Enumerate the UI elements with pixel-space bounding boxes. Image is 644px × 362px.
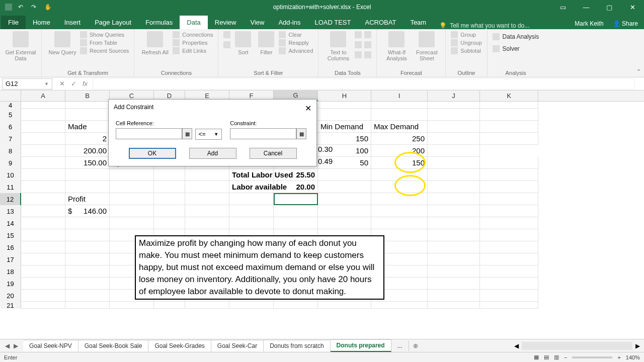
dialog-close-icon[interactable]: ✕: [305, 104, 311, 113]
tab-home[interactable]: Home: [26, 16, 57, 29]
cell-B9[interactable]: 150.00: [65, 157, 110, 169]
col-K[interactable]: K: [480, 90, 538, 101]
close-icon[interactable]: ✕: [621, 0, 644, 14]
subtotal-button[interactable]: Subtotal: [451, 47, 481, 54]
col-A[interactable]: A: [21, 90, 65, 101]
row-5[interactable]: 5: [0, 109, 21, 121]
maximize-icon[interactable]: ▢: [598, 0, 621, 14]
cell-B13[interactable]: $146.00: [65, 205, 110, 217]
constraint-picker-icon[interactable]: ▦: [296, 128, 306, 139]
filter-button[interactable]: Filter: [256, 31, 277, 55]
cell-G12-selected[interactable]: [274, 193, 318, 205]
row-6[interactable]: 6: [0, 121, 21, 133]
cell-tlu[interactable]: Total Labor Used: [229, 169, 274, 181]
tab-review[interactable]: Review: [208, 16, 244, 29]
flash-fill-icon[interactable]: [355, 31, 362, 38]
cell-lav[interactable]: Labor available: [229, 181, 274, 193]
tab-addins[interactable]: Add-ins: [271, 16, 307, 29]
group-button[interactable]: Group: [451, 31, 481, 38]
tab-view[interactable]: View: [243, 16, 271, 29]
row-12[interactable]: 12: [0, 193, 21, 205]
minimize-icon[interactable]: —: [575, 0, 598, 14]
worksheet-grid[interactable]: A B C D E F G H I J K 4 5 6Madefit per d…: [0, 90, 644, 309]
fx-icon[interactable]: fx: [83, 80, 88, 87]
row-15[interactable]: 15: [0, 229, 21, 241]
user-name[interactable]: Mark Keith: [575, 20, 603, 27]
sheet-tab-2[interactable]: Goal Seek-Book Sale: [78, 340, 149, 351]
operator-select[interactable]: <=▼: [195, 129, 222, 140]
row-4[interactable]: 4: [0, 102, 21, 109]
cell-I7[interactable]: 250: [371, 133, 428, 145]
reapply-button[interactable]: Reapply: [279, 39, 313, 46]
zoom-slider[interactable]: [572, 356, 612, 358]
col-B[interactable]: B: [65, 90, 110, 101]
new-sheet-icon[interactable]: ⊕: [409, 342, 422, 349]
hscroll-right[interactable]: ▶: [635, 342, 640, 349]
cancel-button[interactable]: Cancel: [250, 148, 297, 159]
text-to-columns-button[interactable]: Text to Columns: [324, 31, 353, 61]
add-button[interactable]: Add: [189, 148, 236, 159]
get-external-data-button[interactable]: Get External Data: [5, 31, 36, 61]
sort-asc-button[interactable]: [223, 31, 230, 38]
sheet-tab-3[interactable]: Goal Seek-Grades: [148, 340, 211, 351]
confirm-entry-icon[interactable]: ✓: [71, 80, 76, 87]
instruction-textbox[interactable]: Maximize profit by changing how many of …: [135, 235, 384, 300]
hscroll-track[interactable]: [522, 342, 632, 350]
cell-H7[interactable]: 150: [318, 133, 371, 145]
cell-G10[interactable]: 25.50: [274, 169, 318, 181]
hscroll-left[interactable]: ◀: [514, 342, 519, 349]
row-13[interactable]: 13: [0, 205, 21, 217]
share-button[interactable]: 👤 Share: [613, 20, 638, 27]
cell-mindem-hdr[interactable]: Min Demand: [318, 121, 371, 133]
cell-made[interactable]: Made: [65, 121, 110, 133]
cell-G11[interactable]: 20.00: [274, 181, 318, 193]
save-icon[interactable]: [5, 4, 12, 11]
cell-I9[interactable]: 150: [371, 157, 428, 169]
tab-page-layout[interactable]: Page Layout: [88, 16, 138, 29]
zoom-out-icon[interactable]: −: [564, 354, 567, 360]
cellref-picker-icon[interactable]: ▦: [182, 128, 192, 139]
touch-mode-icon[interactable]: ✋: [44, 4, 51, 11]
sheet-tab-1[interactable]: Goal Seek-NPV: [23, 340, 78, 351]
row-11[interactable]: 11: [0, 181, 21, 193]
zoom-in-icon[interactable]: +: [617, 354, 620, 360]
tab-file[interactable]: File: [1, 16, 26, 29]
data-analysis-button[interactable]: Data Analysis: [493, 32, 539, 41]
tell-me-search[interactable]: 💡 Tell me what you want to do...: [439, 22, 529, 29]
tab-acrobat[interactable]: ACROBAT: [358, 16, 404, 29]
row-21[interactable]: 21: [0, 302, 21, 309]
row-19[interactable]: 19: [0, 278, 21, 290]
view-normal-icon[interactable]: ▦: [534, 354, 539, 360]
sheet-tab-4[interactable]: Goal Seek-Car: [211, 340, 264, 351]
advanced-button[interactable]: Advanced: [279, 47, 313, 54]
view-page-icon[interactable]: ▤: [544, 354, 549, 360]
tab-formulas[interactable]: Formulas: [138, 16, 180, 29]
show-queries-button[interactable]: Show Queries: [80, 31, 129, 38]
relationships-icon[interactable]: [364, 41, 371, 48]
new-query-button[interactable]: New Query: [47, 31, 78, 55]
whatif-button[interactable]: What-If Analysis: [382, 31, 411, 61]
row-18[interactable]: 18: [0, 265, 21, 278]
sheet-tab-6[interactable]: Donuts prepared: [331, 339, 391, 352]
select-all[interactable]: [0, 90, 21, 101]
refresh-all-button[interactable]: Refresh All: [139, 31, 171, 55]
ok-button[interactable]: OK: [129, 148, 176, 159]
redo-icon[interactable]: ↷: [31, 4, 38, 11]
cell-profit-hdr[interactable]: Profit: [65, 193, 110, 205]
manage-model-icon[interactable]: [364, 51, 371, 58]
sort-button[interactable]: Sort: [232, 31, 254, 55]
sort-desc-button[interactable]: [223, 41, 230, 48]
from-table-button[interactable]: From Table: [80, 39, 129, 46]
cell-B8[interactable]: 200.00: [65, 145, 110, 157]
undo-icon[interactable]: ↶: [18, 4, 25, 11]
row-17[interactable]: 17: [0, 253, 21, 265]
formula-input[interactable]: [93, 78, 635, 89]
row-8[interactable]: 8: [0, 145, 21, 157]
view-break-icon[interactable]: ▥: [554, 354, 559, 360]
col-I[interactable]: I: [371, 90, 428, 101]
collapse-ribbon-icon[interactable]: ⌃: [636, 68, 641, 75]
tab-data[interactable]: Data: [180, 16, 207, 29]
row-16[interactable]: 16: [0, 241, 21, 253]
solver-button[interactable]: Solver: [493, 44, 520, 53]
ribbon-options-icon[interactable]: ▭: [551, 0, 575, 14]
